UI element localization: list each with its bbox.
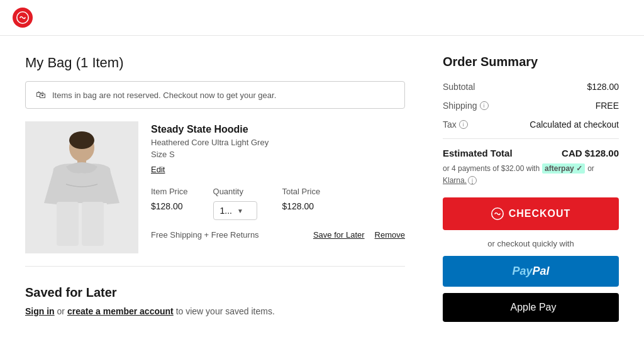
afterpay-logo: afterpay ✓ [542, 163, 585, 174]
svg-point-4 [69, 131, 94, 149]
tax-row: Tax i Calculated at checkout [443, 119, 619, 130]
item-price-label: Item Price [151, 187, 188, 196]
paypal-logo: PayPal [512, 265, 549, 278]
estimated-label: Estimated Total [443, 148, 513, 158]
apple-pay-button[interactable]: Apple Pay [443, 293, 619, 322]
remove-button[interactable]: Remove [375, 230, 405, 240]
total-price-label: Total Price [282, 187, 321, 196]
product-pricing: Item Price $128.00 Quantity 1... ▼ Total… [151, 187, 405, 220]
klarna-info-icon[interactable]: i [468, 176, 477, 185]
shipping-value: FREE [596, 101, 619, 111]
suffix-text: to view your saved items. [174, 306, 275, 316]
item-price-col: Item Price $128.00 [151, 187, 188, 211]
chevron-down-icon: ▼ [237, 207, 243, 214]
subtotal-row: Subtotal $128.00 [443, 82, 619, 92]
subtotal-label: Subtotal [443, 82, 475, 92]
bag-notice: 🛍 Items in bag are not reserved. Checkou… [25, 81, 405, 109]
order-summary-title: Order Summary [443, 55, 619, 69]
total-price-value: $128.00 [282, 201, 321, 211]
checkout-label: CHECKOUT [509, 208, 571, 219]
bag-title: My Bag (1 Item) [25, 55, 405, 71]
svg-rect-5 [57, 202, 79, 246]
lululemon-logo[interactable] [13, 8, 33, 28]
estimated-value: CAD $128.00 [562, 148, 619, 158]
or-text: or [55, 306, 67, 316]
product-name: Steady State Hoodie [151, 124, 405, 135]
order-summary-section: Order Summary Subtotal $128.00 Shipping … [443, 55, 619, 322]
saved-text: Sign in or create a member account to vi… [25, 306, 405, 316]
item-price-value: $128.00 [151, 201, 188, 211]
saved-for-later-section: Saved for Later Sign in or create a memb… [25, 285, 405, 316]
quantity-label: Quantity [213, 187, 257, 196]
sign-in-link[interactable]: Sign in [25, 306, 55, 316]
paypal-button[interactable]: PayPal [443, 256, 619, 287]
edit-button[interactable]: Edit [151, 165, 165, 174]
tax-info-icon[interactable]: i [459, 120, 468, 129]
tax-value: Calculated at checkout [530, 119, 619, 130]
shipping-label: Shipping i [443, 101, 489, 111]
notice-text: Items in bag are not reserved. Checkout … [52, 91, 276, 100]
svg-rect-6 [82, 202, 104, 246]
product-footer: Free Shipping + Free Returns Save for La… [151, 230, 405, 240]
checkout-logo-icon [491, 207, 504, 220]
create-account-link[interactable]: create a member account [67, 306, 174, 316]
product-color: Heathered Core Ultra Light Grey [151, 138, 405, 147]
quantity-value: 1... [220, 206, 232, 216]
shipping-row: Shipping i FREE [443, 101, 619, 111]
action-links: Save for Later Remove [313, 230, 405, 240]
total-price-col: Total Price $128.00 [282, 187, 321, 211]
free-shipping-text: Free Shipping + Free Returns [151, 230, 259, 240]
bag-icon: 🛍 [36, 89, 46, 101]
quantity-col: Quantity 1... ▼ [213, 187, 257, 220]
quantity-selector[interactable]: 1... ▼ [213, 201, 257, 220]
apple-pay-label: Apple Pay [511, 302, 557, 313]
tax-label: Tax i [443, 119, 468, 130]
or-checkout-text: or checkout quickly with [443, 239, 619, 248]
product-details: Steady State Hoodie Heathered Core Ultra… [151, 121, 405, 253]
product-image [25, 121, 138, 253]
installments-text: or 4 payments of $32.00 with afterpay ✓ … [443, 163, 619, 185]
checkout-button[interactable]: CHECKOUT [443, 197, 619, 230]
save-for-later-button[interactable]: Save for Later [313, 230, 365, 240]
product-size: Size S [151, 150, 405, 159]
saved-title: Saved for Later [25, 285, 405, 300]
klarna-link[interactable]: Klarna. i [443, 176, 477, 185]
header [0, 0, 644, 36]
estimated-total-row: Estimated Total CAD $128.00 [443, 148, 619, 158]
bag-section: My Bag (1 Item) 🛍 Items in bag are not r… [25, 55, 405, 322]
summary-divider [443, 138, 619, 139]
shipping-info-icon[interactable]: i [480, 101, 489, 110]
subtotal-value: $128.00 [587, 82, 619, 92]
product-item: Steady State Hoodie Heathered Core Ultra… [25, 121, 405, 267]
